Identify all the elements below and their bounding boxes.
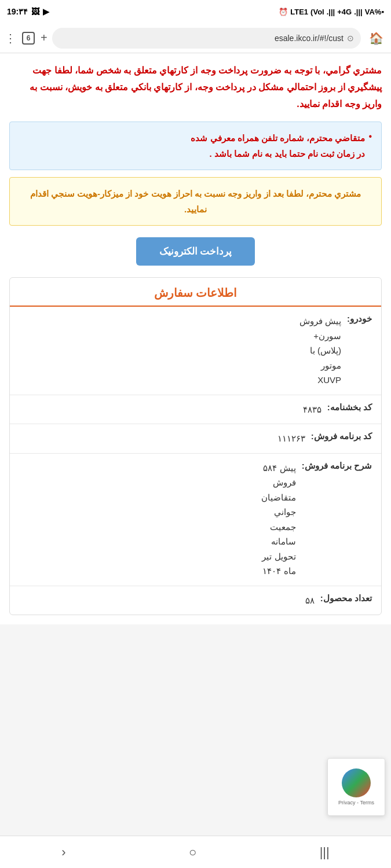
status-bar: ▪%VA |||. 4G+ |||. Vol) LTE1 ⏰ ▶ 🖼 19:۳۴ bbox=[0, 0, 391, 23]
gallery-icon: 🖼 bbox=[31, 7, 39, 16]
lte-icon: LTE1 bbox=[290, 8, 308, 16]
payment-button[interactable]: پرداخت الکترونيک bbox=[136, 237, 255, 266]
url-text: esale.ikco.ir/#!/cust bbox=[275, 34, 344, 43]
sales-code-label: کد برنامه فروش: bbox=[311, 431, 372, 442]
bullet-icon: • bbox=[368, 131, 372, 142]
nav-home-button[interactable]: ○ bbox=[177, 840, 208, 865]
sales-desc-label: شرح برنامه فروش: bbox=[302, 461, 372, 471]
bakhshname-value: ۴۸۳۵ bbox=[19, 402, 321, 417]
alarm-icon: ⏰ bbox=[279, 8, 288, 16]
url-bar[interactable]: ⊙ esale.ikco.ir/#!/cust bbox=[52, 28, 361, 49]
info-box-yellow: مشتري محترم، لطفا بعد از واريز وجه نسبت … bbox=[9, 177, 382, 226]
signal-icon: |||. bbox=[354, 8, 363, 16]
table-row: کد بخشنامه: ۴۸۳۵ bbox=[10, 395, 381, 425]
recaptcha-logo bbox=[342, 768, 371, 797]
payment-button-container: پرداخت الکترونيک bbox=[9, 237, 382, 266]
signal2-icon: |||. bbox=[327, 8, 335, 16]
time-display: 19:۳۴ bbox=[7, 7, 28, 16]
table-row: کد برنامه فروش: ۱۱۱۲۶۳ bbox=[10, 424, 381, 454]
recaptcha-text: Privacy - Terms bbox=[338, 800, 374, 806]
voip-icon: Vol) bbox=[310, 8, 324, 16]
battery-icon: ▪%VA bbox=[365, 8, 384, 16]
blue-box-text: متقاضي محترم، شماره تلفن همراه معرفي شده… bbox=[191, 130, 365, 161]
info-box-blue: • متقاضي محترم، شماره تلفن همراه معرفي ش… bbox=[9, 122, 382, 170]
car-value: پيش فروش سورن+ (پلاس) با موتور XUVP bbox=[19, 314, 341, 388]
product-count-label: تعداد محصول: bbox=[320, 593, 372, 604]
security-icon: ⊙ bbox=[347, 34, 354, 43]
yellow-box-text: مشتري محترم، لطفا بعد از واريز وجه نسبت … bbox=[19, 186, 372, 217]
nav-back-button[interactable]: ‹ bbox=[50, 840, 77, 865]
table-row: خودرو: پيش فروش سورن+ (پلاس) با موتور XU… bbox=[10, 307, 381, 395]
sales-desc-value: پيش ۵۸۴ فروش متقاضيان جواني جمعيت سامانه… bbox=[19, 461, 296, 579]
bakhshname-label: کد بخشنامه: bbox=[327, 402, 372, 413]
menu-dots-button[interactable]: ⋮ bbox=[5, 31, 16, 45]
status-left: ▪%VA |||. 4G+ |||. Vol) LTE1 ⏰ bbox=[279, 8, 384, 16]
recaptcha-widget: Privacy - Terms bbox=[327, 758, 385, 816]
car-label: خودرو: bbox=[347, 314, 372, 324]
order-card: اطلاعات سفارش خودرو: پيش فروش سورن+ (پلا… bbox=[9, 277, 382, 615]
browser-actions: + 6 ⋮ bbox=[5, 31, 47, 45]
status-right: ▶ 🖼 19:۳۴ bbox=[7, 7, 49, 16]
add-tab-button[interactable]: + bbox=[41, 31, 47, 45]
youtube-icon: ▶ bbox=[43, 7, 49, 16]
warning-red-text: مشتري گرامي، با توجه به ضرورت پرداخت وجه… bbox=[9, 62, 382, 112]
network-icon: 4G+ bbox=[337, 8, 352, 16]
nav-bar: ||| ○ ‹ bbox=[0, 836, 391, 868]
tab-count[interactable]: 6 bbox=[22, 32, 35, 45]
home-button[interactable]: 🏠 bbox=[366, 28, 386, 49]
blue-box-content: • متقاضي محترم، شماره تلفن همراه معرفي ش… bbox=[19, 130, 372, 161]
sales-code-value: ۱۱۱۲۶۳ bbox=[19, 431, 305, 446]
nav-menu-button[interactable]: ||| bbox=[308, 840, 341, 865]
product-count-value: ۵۸ bbox=[19, 593, 315, 608]
table-row: شرح برنامه فروش: پيش ۵۸۴ فروش متقاضيان ج… bbox=[10, 454, 381, 586]
table-row: تعداد محصول: ۵۸ bbox=[10, 586, 381, 615]
page-content: مشتري گرامي، با توجه به ضرورت پرداخت وجه… bbox=[0, 53, 391, 624]
browser-bar: 🏠 ⊙ esale.ikco.ir/#!/cust + 6 ⋮ bbox=[0, 23, 391, 53]
order-card-title: اطلاعات سفارش bbox=[10, 278, 381, 307]
